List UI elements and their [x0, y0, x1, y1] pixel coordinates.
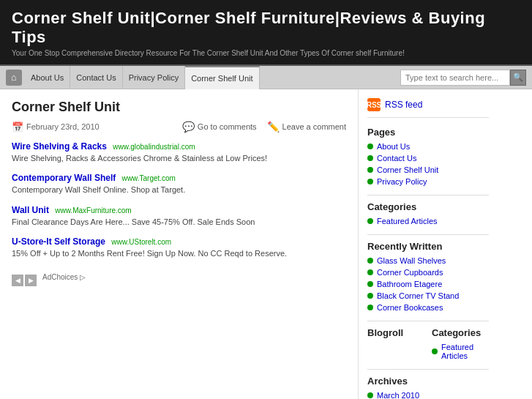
ad-link-0[interactable]: Wire Shelving & Racks www.globalindustri… [12, 141, 195, 152]
site-header: Corner Shelf Unit|Corner Shelf Furniture… [0, 0, 532, 66]
sidebar-link-corner-cupboards[interactable]: Corner Cupboards [377, 268, 443, 277]
ad-desc-0: Wire Shelving, Racks & Accessories Chrom… [12, 153, 346, 164]
sidebar-link-glass-wall[interactable]: Glass Wall Shelves [377, 256, 446, 265]
sidebar-recently-written-section: Recently Written Glass Wall Shelves Corn… [367, 241, 489, 312]
site-title: Corner Shelf Unit|Corner Shelf Furniture… [12, 9, 520, 47]
bullet-icon [367, 218, 373, 224]
sidebar-link-bathroom-etagere[interactable]: Bathroom Etagere [377, 280, 442, 288]
sidebar-recent-2: Bathroom Etagere [367, 280, 489, 288]
main-content: Corner Shelf Unit 📅 February 23rd, 2010 … [0, 89, 359, 399]
sidebar-archives-section: Archives March 2010 February 2010 [367, 376, 489, 399]
divider [367, 234, 489, 235]
sidebar-recent-1: Corner Cupboards [367, 268, 489, 277]
sidebar-blogroll-row: Blogroll Categories Featured Articles [367, 327, 489, 363]
nav-item-privacy[interactable]: Privacy Policy [123, 66, 185, 89]
bullet-icon [367, 269, 373, 275]
sidebar-link-march[interactable]: March 2010 [377, 391, 419, 399]
comments-icon: 💬 [182, 121, 195, 133]
ad-item-2: Wall Unit www.MaxFurniture.com Final Cle… [12, 205, 346, 228]
ad-url-3: www.UStorelt.com [111, 238, 171, 246]
post-meta: 📅 February 23rd, 2010 💬 Go to comments ✏… [12, 121, 346, 133]
page-title: Corner Shelf Unit [12, 100, 346, 115]
post-date: February 23rd, 2010 [26, 122, 100, 131]
home-icon[interactable]: ⌂ [6, 70, 22, 86]
sidebar-page-about: About Us [367, 142, 489, 151]
sidebar-page-contact: Contact Us [367, 154, 489, 163]
sidebar-page-corner-shelf: Corner Shelf Unit [367, 165, 489, 174]
bullet-icon [367, 281, 373, 287]
leave-comment-link[interactable]: ✏️ Leave a comment [267, 121, 346, 133]
sidebar-link-privacy[interactable]: Privacy Policy [377, 177, 427, 186]
ad-desc-1: Contemporary Wall Shelf Online. Shop at … [12, 184, 346, 195]
adchoices-label: AdChoices ▷ [42, 273, 86, 281]
bullet-icon [432, 348, 438, 354]
leave-comment-icon: ✏️ [267, 121, 280, 133]
bullet-icon [367, 143, 373, 149]
nav-item-about[interactable]: About Us [25, 66, 70, 89]
nav-item-corner-shelf[interactable]: Corner Shelf Unit [185, 66, 259, 89]
blogroll-cat-featured: Featured Articles [432, 343, 489, 360]
bullet-icon [367, 258, 373, 264]
bullet-icon [367, 293, 373, 299]
divider [367, 321, 489, 321]
sidebar-archives-heading: Archives [367, 376, 489, 387]
bullet-icon [367, 305, 373, 310]
ad-list: Wire Shelving & Racks www.globalindustri… [12, 141, 346, 260]
ad-link-2[interactable]: Wall Unit www.MaxFurniture.com [12, 205, 132, 215]
blogroll-heading: Blogroll [367, 327, 424, 338]
bullet-icon [367, 179, 373, 184]
ad-prev-button[interactable]: ◀ [12, 275, 23, 286]
blogroll-categories-col: Categories Featured Articles [432, 327, 489, 363]
sidebar-cat-featured: Featured Articles [367, 217, 489, 225]
ad-url-0: www.globalindustrial.com [113, 143, 195, 151]
sidebar-categories-section: Categories Featured Articles [367, 201, 489, 225]
nav-items: About Us Contact Us Privacy Policy Corne… [25, 66, 400, 89]
ad-navigation: ◀ ▶ [12, 275, 37, 286]
sidebar-pages-heading: Pages [367, 127, 489, 138]
sidebar-link-corner-bookcases[interactable]: Corner Bookcases [377, 303, 443, 312]
sidebar-link-black-corner-tv[interactable]: Black Corner TV Stand [377, 291, 459, 300]
search-button[interactable]: 🔍 [510, 70, 526, 86]
go-to-comments-link[interactable]: 💬 Go to comments [182, 121, 257, 133]
sidebar-link-contact[interactable]: Contact Us [377, 154, 416, 163]
blogroll-categories-heading: Categories [432, 327, 489, 338]
nav-item-contact[interactable]: Contact Us [70, 66, 122, 89]
site-tagline: Your One Stop Comprehensive Directory Re… [12, 49, 520, 57]
meta-links: 💬 Go to comments ✏️ Leave a comment [182, 121, 346, 133]
rss-link[interactable]: RSS feed [385, 100, 422, 110]
sidebar-recent-3: Black Corner TV Stand [367, 291, 489, 300]
sidebar-recently-written-heading: Recently Written [367, 241, 489, 252]
rss-icon: RSS [367, 98, 381, 111]
sidebar-recent-4: Corner Bookcases [367, 303, 489, 312]
calendar-icon: 📅 [12, 122, 23, 133]
ad-link-3[interactable]: U-Store-It Self Storage www.UStorelt.com [12, 236, 171, 247]
blogroll-link-featured[interactable]: Featured Articles [441, 343, 489, 360]
ad-item-0: Wire Shelving & Racks www.globalindustri… [12, 141, 346, 164]
sidebar-categories-heading: Categories [367, 201, 489, 212]
ad-next-button[interactable]: ▶ [25, 275, 37, 286]
nav-search: 🔍 [400, 70, 526, 86]
content-wrap: Corner Shelf Unit 📅 February 23rd, 2010 … [0, 89, 532, 399]
sidebar-page-privacy: Privacy Policy [367, 177, 489, 186]
sidebar: RSS RSS feed Pages About Us Contact Us C… [359, 89, 498, 399]
divider [367, 369, 489, 370]
bullet-icon [367, 392, 373, 398]
sidebar-link-featured[interactable]: Featured Articles [377, 217, 438, 225]
ad-desc-3: 15% Off + Up to 2 Months Rent Free! Sign… [12, 248, 346, 259]
ad-url-2: www.MaxFurniture.com [55, 206, 131, 215]
sidebar-archive-march: March 2010 [367, 391, 489, 399]
ad-item-3: U-Store-It Self Storage www.UStorelt.com… [12, 236, 346, 259]
divider [367, 195, 489, 195]
ad-desc-2: Final Clearance Days Are Here... Save 45… [12, 217, 346, 228]
ad-link-1[interactable]: Contemporary Wall Shelf www.Target.com [12, 173, 176, 183]
ad-item-1: Contemporary Wall Shelf www.Target.com C… [12, 173, 346, 195]
bullet-icon [367, 167, 373, 173]
sidebar-pages-section: Pages About Us Contact Us Corner Shelf U… [367, 127, 489, 186]
sidebar-link-about[interactable]: About Us [377, 142, 410, 151]
bullet-icon [367, 155, 373, 161]
rss-bar: RSS RSS feed [367, 98, 489, 118]
ad-url-1: www.Target.com [122, 174, 176, 182]
sidebar-recent-0: Glass Wall Shelves [367, 256, 489, 265]
search-input[interactable] [400, 70, 510, 86]
sidebar-link-corner-shelf[interactable]: Corner Shelf Unit [377, 165, 438, 174]
